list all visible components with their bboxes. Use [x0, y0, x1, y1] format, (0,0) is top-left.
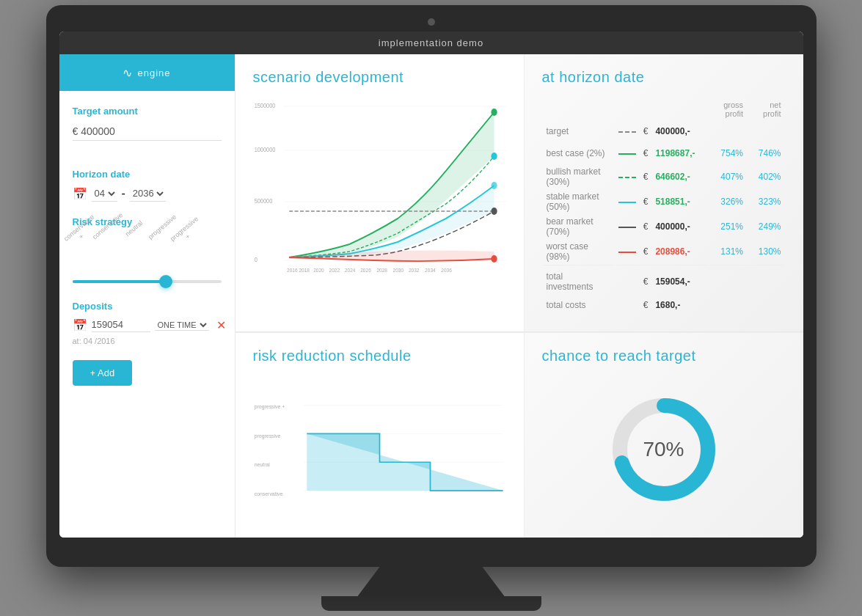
horizon-year-select[interactable]: 2036	[130, 186, 166, 202]
at-horizon-title: at horizon date	[542, 69, 786, 86]
horizon-date-section: Horizon date 📅 04 - 2036	[73, 169, 222, 202]
risk-slider-fill	[73, 280, 169, 283]
deposit-date: at: 04 /2016	[73, 337, 222, 345]
svg-text:2022: 2022	[329, 266, 340, 274]
svg-text:progressive: progressive	[254, 433, 280, 439]
slider-labels: conservative + conservative neutral prog…	[73, 233, 222, 277]
total-investments-currency: €	[640, 265, 651, 293]
app-title: implementation demo	[379, 37, 483, 48]
svg-text:2020: 2020	[313, 266, 324, 274]
table-row: total costs € 1680,-	[544, 295, 784, 315]
deposit-delete-icon[interactable]: ✕	[216, 318, 226, 332]
total-costs-amount: 1680,-	[652, 295, 708, 315]
totals-divider-row: total investments € 159054,-	[544, 265, 784, 293]
risk-reduction-panel: risk reduction schedule progressive + pr…	[235, 332, 525, 538]
total-costs-label: total costs	[544, 295, 614, 315]
brand: ∿ engine	[123, 66, 170, 80]
row-label: stable market (50%)	[544, 190, 614, 213]
app-body: ∿ engine Target amount Horizon date	[59, 54, 803, 538]
monitor-screen: implementation demo ∿ engine T	[59, 32, 803, 538]
svg-text:2024: 2024	[344, 266, 355, 274]
target-amount-label: Target amount	[73, 106, 222, 117]
deposits-section: Deposits 📅 ONE TIME MONTHLY ✕ at: 04	[73, 301, 222, 345]
target-amount-input[interactable]	[73, 122, 222, 141]
chance-to-reach-panel: chance to reach target	[525, 332, 803, 538]
at-horizon-panel: at horizon date gross profit net profit	[525, 54, 803, 331]
gross-profit-header: gross profit	[710, 99, 746, 120]
scenario-chart-svg: 1500000 1000000 500000 0	[253, 98, 506, 274]
row-currency: €	[640, 143, 651, 164]
row-line	[616, 165, 639, 188]
row-amount: 400000,-	[652, 215, 708, 238]
main-top: scenario development 1500000 1000000 500…	[235, 54, 803, 332]
add-button-label: + Add	[90, 367, 115, 378]
monitor-wrapper: implementation demo ∿ engine T	[46, 5, 817, 611]
row-line	[616, 143, 639, 164]
deposit-type-select[interactable]: ONE TIME MONTHLY	[155, 320, 209, 331]
donut-wrapper: 70%	[605, 391, 723, 508]
row-gross: 326%	[710, 190, 746, 213]
scenario-development-panel: scenario development 1500000 1000000 500…	[235, 54, 525, 331]
row-amount: 1198687,-	[652, 143, 708, 164]
svg-text:2016: 2016	[287, 266, 298, 274]
risk-label-1: conservative +	[62, 218, 95, 249]
svg-text:500000: 500000	[254, 197, 272, 205]
main-bottom: risk reduction schedule progressive + pr…	[235, 332, 803, 538]
table-row: stable market (50%) € 518851,- 326% 323%	[544, 190, 784, 213]
brand-label: engine	[137, 67, 170, 78]
monitor-stand	[358, 567, 505, 596]
horizon-month-select[interactable]: 04	[92, 186, 117, 202]
svg-point-10	[491, 153, 497, 160]
table-row: worst case (98%) € 208986,- 131% 130%	[544, 240, 784, 263]
total-costs-currency: €	[640, 295, 651, 315]
monitor-base	[321, 596, 541, 611]
row-gross: 131%	[710, 240, 746, 263]
svg-point-13	[491, 255, 497, 263]
svg-text:2028: 2028	[376, 266, 387, 274]
row-net: 130%	[748, 240, 784, 263]
deposit-calendar-icon: 📅	[73, 318, 87, 332]
svg-text:2036: 2036	[441, 266, 452, 274]
add-deposit-button[interactable]: + Add	[73, 360, 133, 386]
row-gross: 407%	[710, 165, 746, 188]
svg-text:progressive +: progressive +	[254, 404, 285, 410]
sidebar: ∿ engine Target amount Horizon date	[59, 54, 235, 538]
deposit-row: 📅 ONE TIME MONTHLY ✕	[73, 318, 222, 332]
risk-chart-container: progressive + progressive neutral conser…	[253, 376, 506, 523]
sidebar-content: Target amount Horizon date 📅 04	[59, 91, 235, 538]
net-profit-header: net profit	[748, 99, 784, 120]
svg-point-11	[491, 182, 497, 189]
sidebar-header: ∿ engine	[59, 54, 235, 91]
row-line	[616, 215, 639, 238]
horizon-date-row: 📅 04 - 2036	[73, 186, 222, 202]
row-line	[616, 121, 639, 142]
row-net	[748, 121, 784, 142]
row-net: 249%	[748, 215, 784, 238]
horizon-date-label: Horizon date	[73, 169, 222, 180]
row-gross: 251%	[710, 215, 746, 238]
row-gross: 754%	[710, 143, 746, 164]
date-separator: -	[122, 187, 125, 200]
row-currency: €	[640, 240, 651, 263]
total-investments-amount: 159054,-	[652, 265, 708, 293]
svg-text:1500000: 1500000	[254, 102, 275, 109]
deposit-amount-input[interactable]	[92, 318, 150, 332]
total-investments-label: total investments	[544, 265, 614, 293]
risk-slider-thumb[interactable]	[159, 275, 172, 288]
chance-to-reach-title: chance to reach target	[542, 348, 786, 364]
row-line	[616, 190, 639, 213]
donut-container: 70%	[542, 376, 786, 523]
title-bar: implementation demo	[59, 32, 803, 54]
risk-chart-svg: progressive + progressive neutral conser…	[253, 376, 506, 523]
svg-text:2026: 2026	[360, 266, 371, 274]
risk-strategy-section: Risk strategy conservative + conservativ…	[73, 216, 222, 283]
row-amount: 400000,-	[652, 121, 708, 142]
main-content: scenario development 1500000 1000000 500…	[235, 54, 803, 538]
table-row: best case (2%) € 1198687,- 754% 746%	[544, 143, 784, 164]
svg-text:0: 0	[254, 256, 257, 263]
svg-text:2034: 2034	[425, 266, 436, 274]
row-net: 746%	[748, 143, 784, 164]
horizon-table: gross profit net profit target €	[542, 98, 786, 317]
donut-percentage: 70%	[643, 438, 684, 461]
row-label: bear market (70%)	[544, 215, 614, 238]
